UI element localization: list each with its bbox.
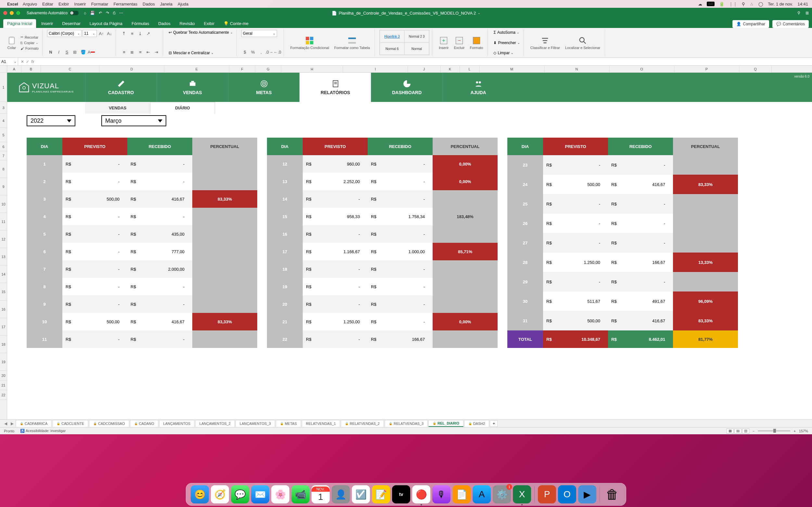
dock-trash[interactable]: 🗑 xyxy=(603,485,621,503)
dock-safari[interactable]: 🧭 xyxy=(211,485,229,503)
tab-inserir[interactable]: Inserir xyxy=(37,19,57,28)
row-header[interactable]: 10 xyxy=(0,195,7,213)
comma-button[interactable]: , xyxy=(258,48,265,56)
dock-settings[interactable]: ⚙️1 xyxy=(493,485,511,503)
col-header[interactable]: J xyxy=(408,66,441,72)
align-top-button[interactable]: ⤒ xyxy=(120,30,128,37)
year-filter[interactable]: 2022 xyxy=(27,115,75,126)
indent-decrease-button[interactable]: ⇤ xyxy=(145,48,152,56)
zoom-slider[interactable] xyxy=(758,431,790,431)
nav-vendas[interactable]: VENDAS xyxy=(157,73,228,102)
sheet-tab-lançamentos_2[interactable]: LANÇAMENTOS_2 xyxy=(195,420,235,427)
document-title[interactable]: Planilha_de_Controle_de_Vendas_e_Comissõ… xyxy=(339,11,476,15)
qat-more-icon[interactable]: ⋯ xyxy=(119,11,123,15)
row-header[interactable]: 5 xyxy=(0,128,7,142)
zoom-in-button[interactable]: + xyxy=(794,429,796,433)
search-icon[interactable]: ⚲ xyxy=(797,11,800,15)
row-header[interactable]: 9 xyxy=(0,178,7,195)
sheet-scroll-right[interactable]: ▶ xyxy=(9,421,15,426)
underline-button[interactable]: S xyxy=(63,48,70,56)
percent-button[interactable]: % xyxy=(249,48,257,56)
sheet-tab-lançamentos_3[interactable]: LANÇAMENTOS_3 xyxy=(236,420,275,427)
col-header[interactable]: K xyxy=(441,66,460,72)
col-header[interactable]: C xyxy=(41,66,99,72)
menu-dados[interactable]: Dados xyxy=(143,2,155,6)
row-header[interactable]: 4 xyxy=(0,114,7,128)
col-header[interactable]: A xyxy=(7,66,21,72)
qat-save-icon[interactable]: 💾 xyxy=(90,11,95,15)
nav-relatorios[interactable]: RELATÓRIOS xyxy=(299,73,371,102)
qat-redo-icon[interactable]: ↷ xyxy=(106,11,109,15)
row-header[interactable]: 15 xyxy=(0,283,7,300)
align-right-button[interactable]: ≡ xyxy=(137,48,144,56)
menu-janela[interactable]: Janela xyxy=(160,2,172,6)
autosum-button[interactable]: Σ AutoSoma ⌄ xyxy=(492,30,521,35)
format-painter-button[interactable]: 🖌 Formato xyxy=(19,46,40,51)
merge-center-button[interactable]: ⊟ Mesclar e Centralizar ⌄ xyxy=(167,50,234,56)
clear-button[interactable]: ◇ Limpar ⌄ xyxy=(492,50,521,56)
copy-button[interactable]: ⎘ Copiar ⌄ xyxy=(19,41,40,45)
fill-color-button[interactable]: 🪣 xyxy=(80,48,87,56)
dock-photos[interactable]: 🌸 xyxy=(271,485,289,503)
search-icon[interactable]: ⚲ xyxy=(742,2,745,6)
col-header[interactable]: M xyxy=(479,66,544,72)
find-select-button[interactable]: Localizar e Selecionar xyxy=(563,36,602,50)
col-header[interactable]: N xyxy=(544,66,609,72)
col-header[interactable]: H xyxy=(281,66,343,72)
style-normal23[interactable]: Normal 2 3 xyxy=(404,30,429,43)
menu-ajuda[interactable]: Ajuda xyxy=(177,2,188,6)
subtab-diario[interactable]: DIÁRIO xyxy=(150,102,215,114)
nav-ajuda[interactable]: AJUDA xyxy=(442,73,514,102)
col-header[interactable]: O xyxy=(609,66,674,72)
dock-tv[interactable]: tv xyxy=(392,485,410,503)
sheet-tab-cadano[interactable]: 🔒CADANO xyxy=(130,420,158,427)
style-normal[interactable]: Normal xyxy=(404,43,429,55)
format-cells-button[interactable]: Formato xyxy=(468,36,485,50)
col-header[interactable]: F xyxy=(229,66,255,72)
col-header[interactable]: Q xyxy=(739,66,772,72)
wrap-text-button[interactable]: ↩ Quebrar Texto Automaticamente ⌄ xyxy=(167,30,234,35)
format-as-table-button[interactable]: Formatar como Tabela xyxy=(332,36,372,50)
row-header[interactable]: 19 xyxy=(0,353,7,371)
dock-quicktime[interactable]: ▶ xyxy=(578,485,596,503)
tab-conte-me[interactable]: 💡 Conte-me xyxy=(219,19,252,28)
sheet-tab-relatvendas_3[interactable]: 🔒RELATVENDAS_3 xyxy=(385,420,428,427)
dock-pages[interactable]: 📄 xyxy=(452,485,471,503)
col-header[interactable]: G xyxy=(255,66,281,72)
fill-button[interactable]: ⬇ Preencher ⌄ xyxy=(492,40,521,46)
row-header[interactable]: 6 xyxy=(0,142,7,151)
insert-cells-button[interactable]: +Inserir xyxy=(437,36,451,50)
dock-finder[interactable]: 😊 xyxy=(191,485,209,503)
zoom-window-button[interactable] xyxy=(16,11,20,15)
menubar-date[interactable]: Ter. 1 de nov. xyxy=(768,2,793,6)
qat-home-icon[interactable]: ⌂ xyxy=(84,11,86,15)
tab-formulas[interactable]: Fórmulas xyxy=(128,19,153,28)
status-accessibility[interactable]: ♿ Acessibilidade: investigar xyxy=(20,429,66,433)
cut-button[interactable]: ✂ Recortar xyxy=(19,35,40,40)
menubar-time[interactable]: 14:41 xyxy=(797,2,808,6)
dock-appstore[interactable]: A xyxy=(472,485,491,503)
bold-button[interactable]: N xyxy=(47,48,54,56)
row-header[interactable]: 1 xyxy=(0,73,7,102)
view-page-layout-button[interactable]: ▤ xyxy=(734,429,742,434)
row-header[interactable]: 20 xyxy=(0,371,7,380)
menu-formatar[interactable]: Formatar xyxy=(91,2,108,6)
increase-font-button[interactable]: A↑ xyxy=(98,30,105,37)
overflow-icon[interactable]: ⊞ xyxy=(806,11,809,15)
font-name-select[interactable]: Calibri (Corpo)⌄ xyxy=(47,30,82,37)
title-chevron-icon[interactable]: ⌄ xyxy=(478,11,480,15)
row-header[interactable]: 12 xyxy=(0,230,7,248)
cell-styles-gallery[interactable]: Hiperlink 3 Normal 6 Normal 2 3 Normal xyxy=(379,30,429,55)
month-filter[interactable]: Março xyxy=(101,115,166,126)
tab-revisao[interactable]: Revisão xyxy=(176,19,199,28)
name-box[interactable]: A1⌄ xyxy=(0,58,18,65)
align-center-button[interactable]: ≣ xyxy=(129,48,136,56)
dock-powerpoint[interactable]: P xyxy=(538,485,556,503)
siri-icon[interactable]: ◯ xyxy=(758,2,763,6)
qat-print-icon[interactable]: ⎙ xyxy=(113,11,115,15)
col-header[interactable]: E xyxy=(164,66,229,72)
view-normal-button[interactable]: ▦ xyxy=(726,429,734,434)
row-header[interactable]: 17 xyxy=(0,318,7,336)
add-sheet-button[interactable]: + xyxy=(490,420,498,427)
menu-arquivo[interactable]: Arquivo xyxy=(23,2,37,6)
